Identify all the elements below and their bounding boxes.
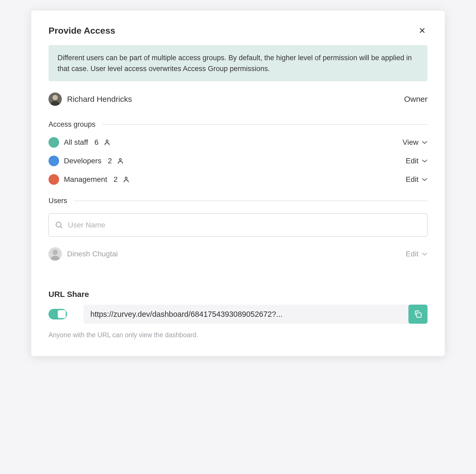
group-count: 2 <box>108 157 112 165</box>
user-search-input[interactable] <box>49 213 427 237</box>
user-icon <box>122 176 130 183</box>
svg-point-10 <box>52 250 58 255</box>
user-name: Dinesh Chugtai <box>67 250 118 258</box>
permission-label: Edit <box>406 157 418 165</box>
url-field: https://zurvey.dev/dashboard/68417543930… <box>83 305 427 324</box>
owner-row: Richard Hendricks Owner <box>49 93 427 106</box>
url-share-row: https://zurvey.dev/dashboard/68417543930… <box>49 305 427 324</box>
url-text[interactable]: https://zurvey.dev/dashboard/68417543930… <box>83 310 408 319</box>
group-color-dot <box>49 137 59 148</box>
url-share-title: URL Share <box>49 290 427 299</box>
copy-url-button[interactable] <box>408 305 427 324</box>
group-color-dot <box>49 156 59 166</box>
permission-select[interactable]: Edit <box>406 157 427 165</box>
user-search-wrap <box>49 213 427 237</box>
svg-point-6 <box>125 177 127 179</box>
user-row: Dinesh Chugtai Edit <box>49 247 427 261</box>
copy-icon <box>413 310 422 319</box>
permission-select[interactable]: Edit <box>406 250 427 258</box>
owner-name: Richard Hendricks <box>67 95 132 104</box>
owner-role: Owner <box>404 95 427 104</box>
access-group-row: Developers 2 Edit <box>49 156 427 166</box>
access-group-row: Management 2 Edit <box>49 174 427 185</box>
access-groups-label: Access groups <box>49 120 95 129</box>
permission-label: View <box>403 138 418 147</box>
permission-label: Edit <box>406 175 418 184</box>
url-share-toggle[interactable] <box>49 309 67 319</box>
divider-line <box>74 201 427 201</box>
user-icon <box>117 157 124 165</box>
provide-access-modal: Provide Access Different users can be pa… <box>31 11 445 356</box>
permission-select[interactable]: View <box>403 138 427 147</box>
group-count: 2 <box>113 175 118 184</box>
chevron-down-icon <box>422 141 427 144</box>
users-label: Users <box>49 197 67 205</box>
svg-point-3 <box>52 95 58 100</box>
group-count: 6 <box>94 138 99 147</box>
owner-left: Richard Hendricks <box>49 93 132 106</box>
svg-line-8 <box>60 226 62 228</box>
access-group-left: All staff 6 <box>49 137 111 148</box>
toggle-knob <box>58 310 66 318</box>
close-button[interactable] <box>417 25 427 36</box>
user-left: Dinesh Chugtai <box>49 247 118 261</box>
url-share-note: Anyone with the URL can only view the da… <box>49 331 427 339</box>
group-color-dot <box>49 174 59 185</box>
permission-label: Edit <box>406 250 418 258</box>
close-icon <box>418 27 426 34</box>
chevron-down-icon <box>422 159 427 163</box>
group-name: Management <box>64 175 107 184</box>
users-section-header: Users <box>49 197 427 205</box>
svg-point-5 <box>119 159 121 160</box>
svg-point-7 <box>56 222 61 227</box>
access-group-left: Developers 2 <box>49 156 124 166</box>
user-icon <box>103 139 111 146</box>
chevron-down-icon <box>422 252 427 256</box>
modal-title: Provide Access <box>49 25 115 36</box>
access-group-row: All staff 6 View <box>49 137 427 148</box>
group-name: All staff <box>64 138 88 147</box>
modal-header: Provide Access <box>49 25 427 36</box>
svg-rect-11 <box>417 313 421 317</box>
group-name: Developers <box>64 157 102 165</box>
search-icon <box>55 221 63 229</box>
permission-select[interactable]: Edit <box>406 175 427 184</box>
user-avatar <box>49 247 62 261</box>
divider-line <box>102 124 427 125</box>
chevron-down-icon <box>422 178 427 181</box>
access-groups-section-header: Access groups <box>49 120 427 129</box>
access-groups-list: All staff 6 View Developers 2 <box>49 137 427 185</box>
info-banner: Different users can be part of multiple … <box>49 45 427 81</box>
access-group-left: Management 2 <box>49 174 130 185</box>
svg-point-4 <box>106 140 108 142</box>
owner-avatar <box>49 93 62 106</box>
